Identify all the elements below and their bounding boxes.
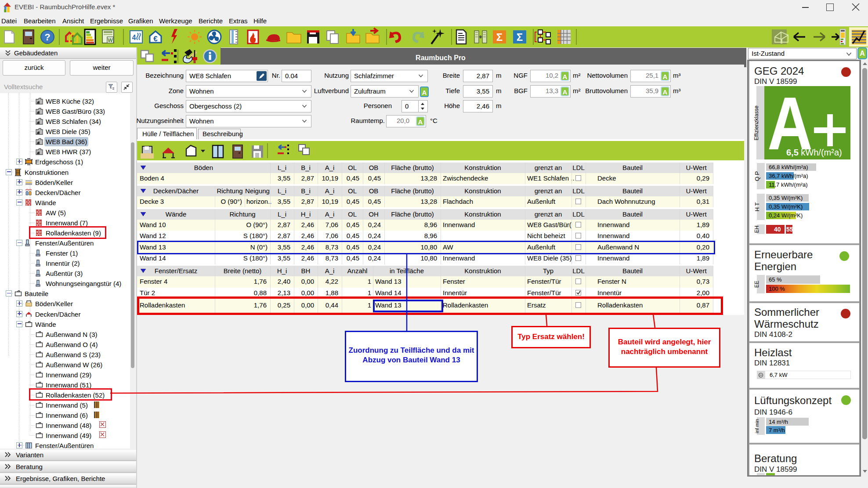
svg-text:4: 4	[132, 34, 136, 41]
svg-text:Σ: Σ	[517, 31, 523, 43]
svg-text:€: €	[153, 35, 158, 43]
svg-text:Σ: Σ	[496, 31, 503, 43]
svg-text:?: ?	[44, 32, 50, 43]
svg-text:W: W	[108, 37, 113, 43]
